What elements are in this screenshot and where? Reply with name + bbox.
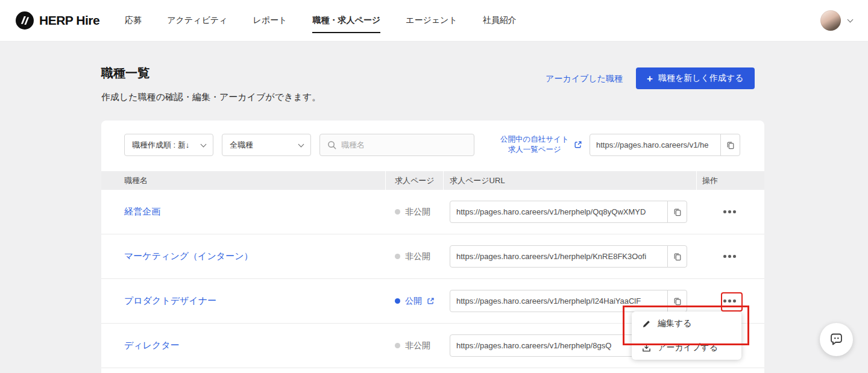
sort-select[interactable]: 職種作成順 : 新↓	[124, 134, 213, 156]
user-menu[interactable]	[820, 10, 852, 31]
status-dot	[395, 254, 400, 259]
status-label: 公開	[405, 296, 422, 307]
copy-icon	[726, 141, 735, 149]
page-title: 職種一覧	[101, 65, 149, 81]
job-url-group	[450, 201, 687, 223]
chevron-down-icon	[298, 141, 304, 147]
job-name-link[interactable]: マーケティング（インターン）	[124, 251, 253, 262]
create-job-button[interactable]: + 職種を新しく作成する	[636, 67, 755, 89]
copy-url-button[interactable]	[667, 290, 687, 312]
brand-name: HERP Hire	[39, 13, 99, 28]
job-name-link[interactable]: プロダクトデザイナー	[124, 295, 216, 307]
row-actions-button[interactable]	[721, 205, 738, 218]
copy-icon	[673, 208, 682, 216]
avatar[interactable]	[820, 10, 841, 31]
chevron-down-icon[interactable]	[848, 17, 854, 23]
nav-item-job-pages[interactable]: 職種・求人ページ	[312, 11, 380, 30]
public-site-link[interactable]: 公開中の自社サイト 求人一覧ページ	[500, 134, 582, 155]
sort-select-value: 職種作成順 : 新↓	[132, 140, 189, 151]
chat-bubble-icon	[828, 331, 844, 348]
archive-icon	[642, 343, 651, 353]
table-header: 職種名 求人ページ 求人ページURL 操作	[101, 171, 764, 190]
col-header-url: 求人ページURL	[444, 171, 696, 190]
job-url-input[interactable]	[450, 245, 668, 268]
col-header-actions: 操作	[697, 171, 764, 190]
status-label: 非公開	[405, 207, 430, 218]
job-type-select-value: 全職種	[230, 140, 253, 151]
job-url-group	[450, 245, 687, 268]
job-list-card: 職種作成順 : 新↓ 全職種 公開中の自社サイト 求人一覧ページ	[101, 121, 764, 373]
copy-site-url-button[interactable]	[720, 134, 740, 156]
page-subtitle: 作成した職種の確認・編集・アーカイブができます。	[101, 92, 321, 103]
nav-item-agents[interactable]: エージェント	[406, 11, 458, 30]
nav-item-reports[interactable]: レポート	[253, 11, 287, 30]
external-link-icon	[574, 140, 582, 149]
table-row: マーケティング（インターン） 非公開	[101, 234, 764, 279]
row-actions-button[interactable]	[721, 250, 738, 263]
copy-icon	[673, 252, 682, 261]
status-dot	[395, 209, 400, 215]
job-url-input[interactable]	[450, 290, 668, 312]
nav-item-referrals[interactable]: 社員紹介	[483, 11, 517, 30]
search-input[interactable]	[341, 140, 467, 149]
search-box	[319, 134, 474, 156]
col-header-page: 求人ページ	[386, 171, 443, 190]
brand-logo[interactable]: HERP Hire	[16, 11, 99, 30]
menu-item-edit[interactable]: 編集する	[632, 312, 741, 336]
row-actions-button-open[interactable]	[721, 295, 738, 307]
table-row: 経営企画 非公開	[101, 190, 764, 234]
job-name-link[interactable]: 経営企画	[124, 206, 160, 218]
archived-jobs-link[interactable]: アーカイブした職種	[546, 74, 623, 84]
status-dot	[395, 298, 400, 304]
menu-item-archive[interactable]: アーカイブする	[632, 336, 741, 360]
menu-item-edit-label: 編集する	[658, 318, 692, 329]
plus-icon: +	[647, 74, 653, 84]
copy-url-button[interactable]	[667, 245, 687, 268]
external-link-icon[interactable]	[427, 297, 435, 305]
herp-logo-icon	[16, 11, 34, 30]
page: HERP Hire 応募 アクティビティ レポート 職種・求人ページ エージェン…	[0, 0, 868, 373]
chevron-down-icon	[201, 141, 207, 147]
job-url-input[interactable]	[450, 201, 668, 223]
col-header-name: 職種名	[101, 171, 385, 190]
status-label: 非公開	[405, 251, 430, 262]
copy-icon	[673, 297, 682, 306]
search-icon	[327, 140, 336, 149]
site-url-group	[590, 134, 740, 156]
job-type-select[interactable]: 全職種	[222, 134, 311, 156]
main-nav: 応募 アクティビティ レポート 職種・求人ページ エージェント 社員紹介	[125, 11, 517, 30]
create-job-label: 職種を新しく作成する	[658, 73, 744, 84]
site-url-input[interactable]	[590, 134, 721, 156]
nav-item-applications[interactable]: 応募	[125, 11, 142, 30]
nav-item-activity[interactable]: アクティビティ	[167, 11, 227, 30]
public-site-link-text: 公開中の自社サイト 求人一覧ページ	[500, 134, 569, 155]
job-name-link[interactable]: ディレクター	[124, 340, 180, 351]
top-navbar: HERP Hire 応募 アクティビティ レポート 職種・求人ページ エージェン…	[0, 0, 868, 42]
pencil-icon	[642, 319, 651, 328]
row-actions-menu: 編集する アーカイブする	[632, 312, 741, 360]
job-url-group	[450, 290, 687, 312]
menu-item-archive-label: アーカイブする	[658, 342, 718, 353]
status-label: 非公開	[405, 340, 430, 351]
copy-url-button[interactable]	[667, 201, 687, 223]
chat-button[interactable]	[820, 323, 853, 356]
status-dot	[395, 343, 400, 348]
